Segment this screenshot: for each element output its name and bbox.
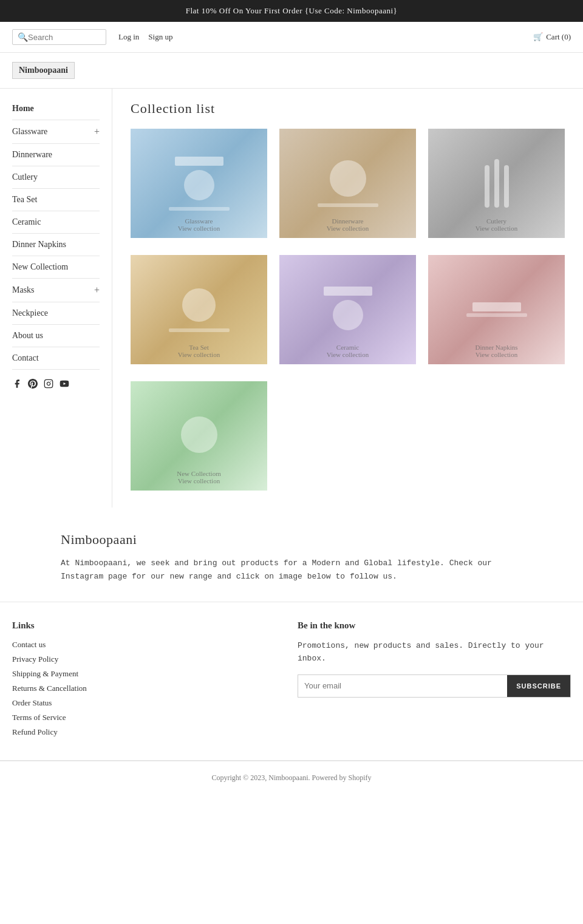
search-icon[interactable]: 🔍 (18, 32, 28, 42)
youtube-icon[interactable] (60, 379, 69, 391)
collection-image-dinnerware: Dinnerware View collection (279, 129, 416, 238)
about-text: At Nimboopaani, we seek and bring out pr… (61, 557, 522, 583)
footer-know-text: Promotions, new products and sales. Dire… (298, 640, 571, 665)
footer-link-returns[interactable]: Returns & Cancellation (12, 684, 285, 693)
sidebar-item-dinnerware[interactable]: Dinnerware (12, 144, 100, 166)
footer: Links Contact us Privacy Policy Shipping… (0, 602, 583, 760)
sidebar-item-ceramic[interactable]: Ceramic (12, 211, 100, 234)
collection-image-ceramic: Ceramic View collection (279, 255, 416, 364)
collection-image-cutlery: Cutlery View collection (428, 129, 565, 238)
collection-card-dinnerware[interactable]: Dinnerware View collection (279, 129, 416, 243)
card-overlay-cutlery: Cutlery View collection (476, 217, 517, 232)
footer-link-privacy[interactable]: Privacy Policy (12, 654, 285, 664)
card-overlay-newcollection: New Collectiom View collection (177, 470, 220, 484)
footer-link-refund[interactable]: Refund Policy (12, 727, 285, 737)
sidebar-item-masks[interactable]: Masks + (12, 279, 100, 302)
sidebar-item-teaset[interactable]: Tea Set (12, 189, 100, 211)
collection-image-newcollection: New Collectiom View collection (131, 381, 267, 491)
footer-link-orderstatus[interactable]: Order Status (12, 698, 285, 708)
cart-icon: 🛒 (533, 32, 543, 42)
collection-image-glassware: Glassware View collection (131, 129, 267, 238)
sidebar-item-masks-label: Masks (12, 285, 35, 295)
copyright-text: Copyright © 2023, Nimboopaani. Powered b… (211, 773, 371, 782)
footer-know-heading: Be in the know (298, 620, 571, 631)
collection-image-napkins: Dinner Napkins View collection (428, 255, 565, 364)
sidebar-item-aboutus-label: About us (12, 331, 43, 341)
glassware-expand-icon: + (94, 126, 100, 137)
sidebar-item-newcollection[interactable]: New Collectiom (12, 256, 100, 279)
sidebar-item-dinnernapkins[interactable]: Dinner Napkins (12, 234, 100, 256)
brand-name[interactable]: Nimboopaani (12, 62, 75, 79)
sidebar-item-cutlery-label: Cutlery (12, 172, 38, 182)
footer-know-col: Be in the know Promotions, new products … (298, 620, 571, 742)
about-section: Nimboopaani At Nimboopaani, we seek and … (49, 508, 534, 602)
collection-card-ceramic[interactable]: Ceramic View collection (279, 255, 416, 369)
sidebar-item-aboutus[interactable]: About us (12, 325, 100, 347)
collection-card-glassware[interactable]: Glassware View collection (131, 129, 267, 243)
sidebar-item-home[interactable]: Home (12, 98, 100, 120)
cart-link[interactable]: 🛒 Cart (0) (533, 32, 571, 42)
brand-bar: Nimboopaani (0, 53, 583, 89)
sidebar-item-dinnerware-label: Dinnerware (12, 150, 52, 160)
card-overlay-napkins: Dinner Napkins View collection (476, 344, 518, 358)
footer-links-heading: Links (12, 620, 285, 631)
header: 🔍 Log in Sign up 🛒 Cart (0) (0, 22, 583, 53)
collection-card-cutlery[interactable]: Cutlery View collection (428, 129, 565, 243)
subscribe-button[interactable]: SUBSCRIBE (507, 675, 570, 697)
sidebar-item-dinnernapkins-label: Dinner Napkins (12, 240, 66, 250)
collection-title: Collection list (131, 101, 565, 117)
collection-grid: Glassware View collection Dinnerware Vie… (131, 129, 565, 495)
login-link[interactable]: Log in (118, 32, 139, 42)
card-overlay-ceramic: Ceramic View collection (327, 344, 369, 358)
main-layout: Home Glassware + Dinnerware Cutlery Tea … (0, 89, 583, 508)
sidebar: Home Glassware + Dinnerware Cutlery Tea … (0, 89, 112, 508)
svg-rect-0 (44, 379, 52, 387)
sidebar-item-home-label: Home (12, 104, 34, 114)
sidebar-item-glassware-label: Glassware (12, 127, 47, 137)
sidebar-item-newcollection-label: New Collectiom (12, 262, 68, 272)
sidebar-item-neckpiece-label: Neckpiece (12, 308, 48, 318)
main-content: Collection list Glassware View collectio… (112, 89, 583, 508)
copyright-bar: Copyright © 2023, Nimboopaani. Powered b… (0, 761, 583, 795)
signup-link[interactable]: Sign up (148, 32, 172, 42)
header-auth: Log in Sign up (118, 32, 172, 42)
footer-link-contactus[interactable]: Contact us (12, 640, 285, 650)
sidebar-item-contact-label: Contact (12, 353, 39, 363)
about-title: Nimboopaani (61, 532, 522, 548)
sidebar-item-ceramic-label: Ceramic (12, 217, 41, 227)
collection-image-teaset: Tea Set View collection (131, 255, 267, 364)
footer-link-tos[interactable]: Terms of Service (12, 713, 285, 722)
card-overlay-glassware: Glassware View collection (178, 217, 220, 232)
sidebar-item-glassware[interactable]: Glassware + (12, 120, 100, 144)
email-input[interactable] (298, 675, 507, 697)
instagram-icon[interactable] (44, 379, 53, 391)
search-input[interactable] (28, 33, 101, 42)
sidebar-item-contact[interactable]: Contact (12, 347, 100, 370)
sidebar-item-teaset-label: Tea Set (12, 195, 37, 205)
collection-card-napkins[interactable]: Dinner Napkins View collection (428, 255, 565, 369)
masks-expand-icon: + (94, 285, 100, 296)
card-overlay-teaset: Tea Set View collection (178, 344, 220, 358)
pinterest-icon[interactable] (28, 379, 38, 391)
collection-card-newcollection[interactable]: New Collectiom View collection (131, 381, 267, 495)
footer-links-col: Links Contact us Privacy Policy Shipping… (12, 620, 285, 742)
social-links (12, 379, 100, 391)
footer-link-shipping[interactable]: Shipping & Payment (12, 669, 285, 679)
card-overlay-dinnerware: Dinnerware View collection (327, 217, 369, 232)
search-area[interactable]: 🔍 (12, 29, 106, 45)
sidebar-item-neckpiece[interactable]: Neckpiece (12, 302, 100, 325)
top-banner: Flat 10% Off On Your First Order {Use Co… (0, 0, 583, 22)
email-subscribe-form: SUBSCRIBE (298, 674, 571, 698)
sidebar-item-cutlery[interactable]: Cutlery (12, 166, 100, 189)
collection-card-teaset[interactable]: Tea Set View collection (131, 255, 267, 369)
facebook-icon[interactable] (12, 379, 22, 391)
